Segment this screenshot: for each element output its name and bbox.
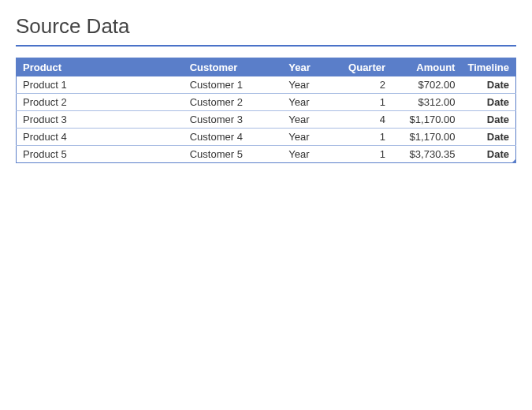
table-header-row: Product Customer Year Quarter Amount Tim… [17,58,516,77]
cell-quarter: 1 [332,129,392,146]
cell-amount: $702.00 [392,76,461,94]
cell-quarter: 1 [332,146,392,163]
header-amount: Amount [392,58,461,77]
cell-year: Year [282,76,332,94]
table-row: Product 5 Customer 5 Year 1 $3,730.35 Da… [17,146,516,163]
source-data-table: Product Customer Year Quarter Amount Tim… [16,58,516,163]
cell-timeline: Date [461,129,515,146]
cell-product: Product 2 [17,94,184,111]
table-body: Product 1 Customer 1 Year 2 $702.00 Date… [17,76,516,163]
cell-amount: $1,170.00 [392,111,461,129]
header-customer: Customer [184,58,283,77]
cell-product: Product 1 [17,76,184,94]
cell-year: Year [282,146,332,163]
title-divider [16,45,516,47]
cell-amount: $1,170.00 [392,129,461,146]
cell-quarter: 1 [332,94,392,111]
cell-product: Product 3 [17,111,184,129]
cell-customer: Customer 4 [184,129,283,146]
cell-product: Product 5 [17,146,184,163]
header-year: Year [282,58,332,77]
cell-quarter: 2 [332,76,392,94]
table-row: Product 4 Customer 4 Year 1 $1,170.00 Da… [17,129,516,146]
cell-quarter: 4 [332,111,392,129]
page-title: Source Data [16,14,516,39]
cell-customer: Customer 3 [184,111,283,129]
cell-year: Year [282,111,332,129]
cell-timeline: Date [461,111,515,129]
table-row: Product 2 Customer 2 Year 1 $312.00 Date [17,94,516,111]
table-row: Product 3 Customer 3 Year 4 $1,170.00 Da… [17,111,516,129]
cell-customer: Customer 5 [184,146,283,163]
cell-amount: $3,730.35 [392,146,461,163]
cell-product: Product 4 [17,129,184,146]
cell-customer: Customer 1 [184,76,283,94]
cell-year: Year [282,129,332,146]
cell-customer: Customer 2 [184,94,283,111]
header-quarter: Quarter [332,58,392,77]
cell-amount: $312.00 [392,94,461,111]
cell-year: Year [282,94,332,111]
cell-timeline: Date [461,146,515,163]
table-row: Product 1 Customer 1 Year 2 $702.00 Date [17,76,516,94]
cell-timeline: Date [461,94,515,111]
header-timeline: Timeline [461,58,515,77]
cell-timeline: Date [461,76,515,94]
header-product: Product [17,58,184,77]
